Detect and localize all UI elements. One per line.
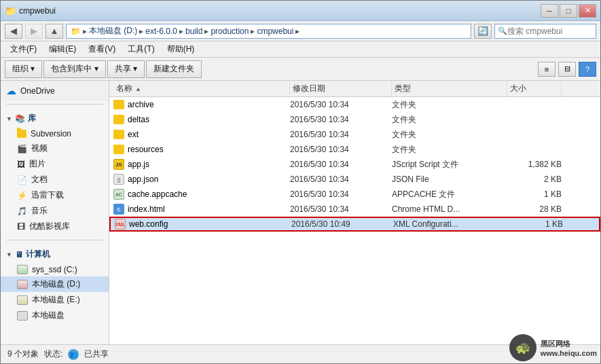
indexhtml-icon: C [113, 204, 124, 215]
toolbar-right: ≡ ⊟ ? [538, 62, 596, 77]
share-button[interactable]: 共享 ▾ [107, 60, 145, 78]
sidebar-item-drive-d[interactable]: 本地磁盘 (D:) [1, 276, 109, 292]
address-path[interactable]: 📁 ▸ 本地磁盘 (D:) ▸ ext-6.0.0 ▸ build ▸ prod… [66, 24, 471, 39]
videos-icon: 🎬 [17, 144, 27, 153]
content-area: ☁ OneDrive ▼ 📚 库 Subversion 🎬 视频 [1, 81, 600, 344]
appjson-name: app.json [128, 175, 158, 184]
sidebar-item-thunder[interactable]: ⚡ 迅雷下载 [1, 187, 109, 203]
sidebar-divider-1 [6, 104, 103, 105]
sidebar-computer-header[interactable]: ▼ 🖥 计算机 [1, 246, 109, 263]
status-label: 状态: [44, 348, 62, 360]
sidebar-item-pictures[interactable]: 🖼 图片 [1, 156, 109, 172]
include-label: 包含到库中 ▾ [51, 63, 98, 75]
drive-d-label: 本地磁盘 (D:) [32, 278, 80, 290]
path-item-2[interactable]: ext-6.0.0 [145, 26, 177, 36]
pictures-label: 图片 [29, 158, 45, 170]
appjs-type: JScript Script 文件 [392, 159, 507, 170]
webconfig-name: web.config [129, 219, 168, 229]
path-item-4[interactable]: production [211, 26, 249, 36]
path-item-1[interactable]: 本地磁盘 (D:) [89, 25, 137, 37]
menu-tools[interactable]: 工具(T) [122, 42, 160, 56]
resources-type: 文件夹 [392, 144, 507, 156]
file-row-appjs[interactable]: JS app.js 2016/5/30 10:34 JScript Script… [109, 157, 600, 172]
view-details-button[interactable]: ⊟ [558, 62, 576, 77]
include-in-library-button[interactable]: 包含到库中 ▾ [43, 60, 105, 78]
menu-edit[interactable]: 编辑(E) [43, 42, 81, 56]
subversion-label: Subversion [31, 129, 71, 139]
appcache-type: APPCACHE 文件 [392, 189, 507, 200]
appjs-size: 1,382 KB [507, 160, 562, 169]
archive-folder-icon [113, 100, 124, 109]
sidebar-library-header[interactable]: ▼ 📚 库 [1, 110, 109, 127]
sidebar-library-section: ▼ 📚 库 Subversion 🎬 视频 🖼 图片 📄 [1, 107, 109, 237]
forward-button[interactable]: ▶ [25, 24, 43, 39]
sidebar-item-youku[interactable]: 🎞 优酷影视库 [1, 219, 109, 234]
file-row-appcache[interactable]: AC cache.appcache 2016/5/30 10:34 APPCAC… [109, 187, 600, 202]
col-header-date[interactable]: 修改日期 [290, 81, 392, 96]
file-list-area: 名称 ▲ 修改日期 类型 大小 arch [109, 81, 600, 344]
file-row-deltas[interactable]: deltas 2016/5/30 10:34 文件夹 [109, 112, 600, 127]
column-headers: 名称 ▲ 修改日期 类型 大小 [109, 81, 600, 97]
maximize-button[interactable]: □ [560, 4, 577, 18]
computer-icon: 🖥 [15, 250, 23, 259]
share-label: 共享 ▾ [115, 63, 137, 75]
appcache-name: cache.appcache [128, 189, 187, 199]
indexhtml-size: 28 KB [507, 204, 562, 214]
appcache-size: 1 KB [507, 189, 562, 199]
help-icon-button[interactable]: ? [579, 62, 596, 77]
search-input[interactable] [507, 26, 589, 36]
sidebar-item-drive-extra[interactable]: 本地磁盘 [1, 308, 109, 323]
deltas-date: 2016/5/30 10:34 [290, 115, 392, 124]
sidebar-divider-2 [6, 240, 103, 240]
close-button[interactable]: ✕ [579, 4, 596, 18]
youku-label: 优酷影视库 [29, 221, 70, 232]
search-box[interactable]: 🔍 [494, 24, 596, 39]
thunder-icon: ⚡ [17, 191, 27, 200]
menu-help[interactable]: 帮助(H) [162, 42, 200, 56]
minimize-button[interactable]: ─ [541, 4, 558, 18]
path-item-5[interactable]: cmpwebui [257, 26, 293, 36]
sidebar-item-music[interactable]: 🎵 音乐 [1, 203, 109, 219]
sidebar-item-videos[interactable]: 🎬 视频 [1, 141, 109, 156]
col-header-type[interactable]: 类型 [392, 81, 507, 96]
computer-expand-arrow: ▼ [6, 251, 12, 258]
sort-arrow-name: ▲ [135, 86, 141, 92]
sidebar-item-drive-c[interactable]: sys_ssd (C:) [1, 263, 109, 276]
main-window: 📁 cmpwebui ─ □ ✕ ◀ ▶ ▲ 📁 ▸ 本地磁盘 (D:) ▸ e… [0, 0, 601, 364]
title-bar: 📁 cmpwebui ─ □ ✕ [1, 1, 600, 21]
organize-button[interactable]: 组织 ▾ [5, 60, 42, 78]
view-list-button[interactable]: ≡ [538, 62, 556, 77]
file-row-ext[interactable]: ext 2016/5/30 10:34 文件夹 [109, 127, 600, 142]
sidebar-item-drive-e[interactable]: 本地磁盘 (E:) [1, 292, 109, 308]
appjs-icon: JS [113, 159, 124, 170]
watermark: 🐢 黑区网络 www.heiqu.com [509, 334, 597, 361]
back-button[interactable]: ◀ [5, 24, 22, 39]
refresh-button[interactable]: 🔄 [474, 24, 492, 39]
ext-date: 2016/5/30 10:34 [290, 130, 392, 139]
toolbar: 组织 ▾ 包含到库中 ▾ 共享 ▾ 新建文件夹 ≡ ⊟ ? [1, 58, 600, 81]
col-header-name[interactable]: 名称 ▲ [113, 81, 290, 96]
title-controls: ─ □ ✕ [541, 4, 596, 18]
file-row-resources[interactable]: resources 2016/5/30 10:34 文件夹 [109, 142, 600, 157]
file-row-webconfig[interactable]: XML web.config 2016/5/30 10:49 XML Confi… [109, 217, 600, 232]
library-header-label: 库 [28, 113, 36, 124]
new-folder-button[interactable]: 新建文件夹 [146, 60, 202, 78]
file-row-appjson[interactable]: {} app.json 2016/5/30 10:34 JSON File 2 … [109, 172, 600, 187]
folder-icon-addr: 📁 [71, 26, 81, 36]
indexhtml-date: 2016/5/30 10:34 [290, 204, 392, 214]
path-item-3[interactable]: build [185, 26, 202, 36]
watermark-logo: 🐢 [509, 334, 536, 361]
sidebar-item-documents[interactable]: 📄 文档 [1, 172, 109, 187]
menu-file[interactable]: 文件(F) [5, 42, 42, 56]
menu-view[interactable]: 查看(V) [83, 42, 121, 56]
drive-e-label: 本地磁盘 (E:) [32, 294, 80, 306]
file-row-archive[interactable]: archive 2016/5/30 10:34 文件夹 [109, 97, 600, 112]
up-button[interactable]: ▲ [45, 24, 63, 39]
col-header-size[interactable]: 大小 [507, 81, 562, 96]
sidebar-item-subversion[interactable]: Subversion [1, 127, 109, 141]
webconfig-icon: XML [115, 219, 126, 230]
watermark-text: 黑区网络 www.heiqu.com [541, 339, 597, 357]
deltas-folder-icon [113, 115, 124, 124]
sidebar-item-onedrive[interactable]: ☁ OneDrive [1, 81, 109, 101]
file-row-indexhtml[interactable]: C index.html 2016/5/30 10:34 Chrome HTML… [109, 202, 600, 217]
